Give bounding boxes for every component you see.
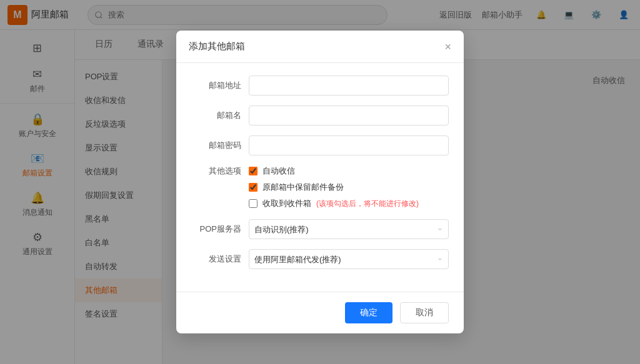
confirm-button[interactable]: 确定 <box>345 302 392 323</box>
mailbox-name-label: 邮箱名 <box>191 110 241 121</box>
modal-overlay: 添加其他邮箱 × 邮箱地址 邮箱名 邮箱密码 其他选项 <box>0 0 640 364</box>
collect-inbox-option-label: 收取到收件箱 <box>262 198 311 209</box>
keep-backup-option-label: 原邮箱中保留邮件备份 <box>262 182 344 193</box>
email-address-input[interactable] <box>249 76 449 96</box>
password-row: 邮箱密码 <box>191 135 449 155</box>
mailbox-name-input[interactable] <box>249 106 449 125</box>
option-collect-inbox[interactable]: 收取到收件箱 (该项勾选后，将不能进行修改) <box>249 198 449 209</box>
collect-inbox-checkbox[interactable] <box>249 199 258 208</box>
password-input[interactable] <box>249 135 449 155</box>
modal-title: 添加其他邮箱 <box>189 41 245 52</box>
pop-server-label: POP服务器 <box>191 224 241 235</box>
modal-footer: 确定 取消 <box>176 292 464 333</box>
send-settings-row: 发送设置 使用阿里邮箱代发(推荐) 使用原邮箱发送 <box>191 249 449 269</box>
email-address-row: 邮箱地址 <box>191 76 449 96</box>
add-mailbox-modal: 添加其他邮箱 × 邮箱地址 邮箱名 邮箱密码 其他选项 <box>176 31 464 333</box>
mailbox-name-row: 邮箱名 <box>191 106 449 125</box>
send-settings-select[interactable]: 使用阿里邮箱代发(推荐) 使用原邮箱发送 <box>249 249 449 269</box>
email-address-label: 邮箱地址 <box>191 80 241 91</box>
modal-close-button[interactable]: × <box>444 41 451 52</box>
cancel-button[interactable]: 取消 <box>400 302 449 323</box>
modal-header: 添加其他邮箱 × <box>176 31 464 63</box>
modal-body: 邮箱地址 邮箱名 邮箱密码 其他选项 自动收信 <box>176 63 464 292</box>
keep-backup-checkbox[interactable] <box>249 183 258 192</box>
options-column: 自动收信 原邮箱中保留邮件备份 收取到收件箱 (该项勾选后，将不能进行修改) <box>249 165 449 209</box>
auto-collect-option-label: 自动收信 <box>262 165 295 177</box>
auto-collect-checkbox[interactable] <box>249 167 258 175</box>
collect-inbox-warning: (该项勾选后，将不能进行修改) <box>316 199 419 209</box>
pop-server-select[interactable]: 自动识别(推荐) 手动配置 <box>249 219 449 239</box>
password-label: 邮箱密码 <box>191 140 241 151</box>
other-options-row: 其他选项 自动收信 原邮箱中保留邮件备份 收取到收件箱 (该项勾选后，将不能进行… <box>191 165 449 209</box>
option-auto-collect[interactable]: 自动收信 <box>249 165 449 177</box>
send-settings-label: 发送设置 <box>191 253 241 265</box>
other-options-label: 其他选项 <box>191 165 241 177</box>
pop-server-row: POP服务器 自动识别(推荐) 手动配置 <box>191 219 449 239</box>
option-keep-backup[interactable]: 原邮箱中保留邮件备份 <box>249 182 449 193</box>
